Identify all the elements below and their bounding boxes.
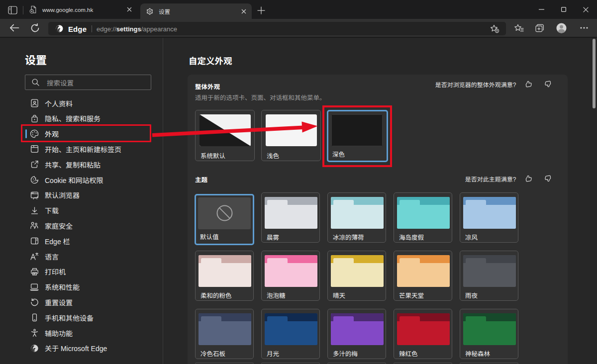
address-bar[interactable]: Edge edge://settings/appearance xyxy=(48,22,506,35)
sidebar-item[interactable]: 共享、复制和粘贴 xyxy=(0,157,163,172)
favorites-icon[interactable] xyxy=(511,21,526,35)
theme-tab-swatch xyxy=(399,258,420,263)
sidebar-item-label: 重置设置 xyxy=(45,297,73,307)
active-indicator xyxy=(25,160,27,169)
close-icon[interactable] xyxy=(575,0,597,19)
new-tab-icon[interactable] xyxy=(255,5,268,16)
search-icon xyxy=(32,79,39,86)
theme-card[interactable]: 冰凉的薄荷 xyxy=(327,192,386,243)
tab-divider xyxy=(23,6,23,14)
sidebar-item[interactable]: 系统和性能 xyxy=(0,279,163,295)
sidebar-item[interactable]: 下载 xyxy=(0,203,163,218)
minimize-icon[interactable] xyxy=(530,0,553,19)
sidebar-item[interactable]: 个人资料 xyxy=(0,95,163,111)
theme-card[interactable]: 晴天 xyxy=(327,251,386,301)
sidebar-item-label: 打印机 xyxy=(45,267,66,276)
sidebar-item[interactable]: 语言 xyxy=(0,249,163,264)
back-icon[interactable] xyxy=(7,21,22,35)
sidebar-item[interactable]: 开始、主页和新建标签页 xyxy=(0,141,163,157)
theme-card[interactable]: 芒果天堂 xyxy=(394,251,452,301)
appearance-option-dark[interactable]: 深色 xyxy=(327,110,388,162)
theme-body-swatch xyxy=(199,321,251,345)
theme-label: 默认值 xyxy=(200,232,219,241)
theme-card[interactable]: 默认值 xyxy=(195,194,254,245)
theme-body-swatch xyxy=(397,205,450,229)
theme-card[interactable]: 凉风 xyxy=(460,192,518,243)
sidebar-item[interactable]: 默认浏览器 xyxy=(0,187,163,203)
search-settings-input[interactable]: 搜索设置 xyxy=(25,75,151,90)
sidebar-item[interactable]: 打印机 xyxy=(0,264,163,279)
theme-card[interactable]: 泡泡糖 xyxy=(261,251,320,301)
theme-label: 多汁的梅 xyxy=(333,349,358,358)
appearance-option-system[interactable]: 系统默认 xyxy=(195,110,255,161)
collections-icon[interactable] xyxy=(532,21,547,35)
sidebar-item[interactable]: 辅助功能 xyxy=(0,325,163,341)
theme-thumbnail xyxy=(199,313,251,345)
thumbs-down-icon[interactable] xyxy=(544,173,552,184)
sidebar-title: 设置 xyxy=(25,51,47,67)
add-favorite-icon[interactable] xyxy=(489,24,500,33)
sidebar-item[interactable]: 关于 Microsoft Edge xyxy=(0,341,163,356)
appearance-option-label: 浅色 xyxy=(267,151,279,160)
active-indicator xyxy=(25,313,27,322)
appearance-thumbnail xyxy=(266,114,317,146)
theme-label: 雨夜 xyxy=(465,290,478,300)
thumbs-down-icon[interactable] xyxy=(544,79,552,90)
tab-settings[interactable]: 设置 xyxy=(140,3,252,19)
tab-close-icon[interactable] xyxy=(125,5,133,13)
theme-card[interactable]: 海岛度假 xyxy=(394,192,452,243)
avatar[interactable] xyxy=(554,21,569,35)
theme-card[interactable]: 多汁的梅 xyxy=(327,309,386,359)
url-text[interactable]: edge://settings/appearance xyxy=(97,24,177,33)
theme-tab-swatch xyxy=(466,258,486,263)
family-icon xyxy=(30,221,39,230)
tab-close-icon[interactable] xyxy=(240,7,248,15)
maximize-icon[interactable] xyxy=(552,0,575,19)
feedback-theme: 是否对此主题满意? xyxy=(465,173,552,184)
appearance-icon xyxy=(30,129,39,138)
theme-card[interactable]: 月光 xyxy=(261,309,320,359)
sidebar-item[interactable]: 隐私、搜索和服务 xyxy=(0,111,163,126)
refresh-icon[interactable] xyxy=(27,21,42,35)
theme-thumbnail xyxy=(397,313,450,345)
theme-card[interactable]: 辣红色 xyxy=(394,309,452,359)
theme-thumbnail xyxy=(265,255,317,287)
theme-card[interactable]: 冷色石板 xyxy=(195,309,254,359)
theme-label: 冷色石板 xyxy=(200,349,225,358)
edge-logo-icon xyxy=(30,344,39,353)
tab-google[interactable]: www.google.com.hk xyxy=(25,0,137,19)
sidebar-item[interactable]: 重置设置 xyxy=(0,294,163,310)
theme-body-swatch xyxy=(331,321,384,345)
theme-card[interactable]: 雨夜 xyxy=(460,251,518,301)
brand-label: Edge xyxy=(68,23,87,34)
sidebar-item[interactable]: Edge 栏 xyxy=(0,233,163,249)
thumbs-up-icon[interactable] xyxy=(524,173,532,184)
sidebar-item[interactable]: 外观 xyxy=(0,126,163,142)
theme-label: 晴天 xyxy=(333,290,345,300)
thumbs-up-icon[interactable] xyxy=(524,79,532,90)
theme-label: 柔和的粉色 xyxy=(200,290,232,300)
theme-card[interactable]: 神秘森林 xyxy=(460,309,518,359)
cookies-icon xyxy=(30,176,39,184)
scrollbar-thumb[interactable] xyxy=(593,39,596,108)
section-heading-themes: 主题 xyxy=(195,175,207,184)
appearance-option-light[interactable]: 浅色 xyxy=(261,110,321,161)
sidebar-item[interactable]: Cookie 和网站权限 xyxy=(0,172,163,187)
theme-body-swatch xyxy=(199,263,251,287)
theme-thumbnail xyxy=(331,255,384,287)
theme-card[interactable]: 柔和的粉色 xyxy=(195,251,254,301)
printer-icon xyxy=(30,267,39,276)
active-indicator xyxy=(25,267,27,276)
theme-thumbnail xyxy=(198,197,251,229)
active-indicator xyxy=(25,129,27,138)
appearance-panel: 整体外观 适用于新的选项卡、页面、对话框和其他菜单。 是否对浏览器的整体外观满意… xyxy=(188,75,568,364)
sidebar-item-label: 个人资料 xyxy=(45,98,73,108)
workspaces-icon[interactable] xyxy=(5,4,19,16)
theme-card[interactable]: 晨雾 xyxy=(261,192,320,243)
theme-tab-swatch xyxy=(267,316,288,321)
theme-body-swatch xyxy=(331,263,384,287)
sidebar-item[interactable]: 家庭安全 xyxy=(0,218,163,233)
more-icon[interactable] xyxy=(577,21,592,35)
theme-thumbnail xyxy=(463,197,516,229)
sidebar-item[interactable]: 手机和其他设备 xyxy=(0,310,163,325)
